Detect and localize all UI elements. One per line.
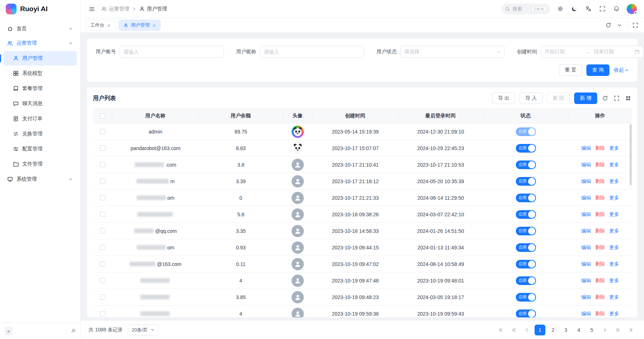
- page-button-4[interactable]: 4: [573, 325, 584, 335]
- delete-row-link[interactable]: 删除: [595, 311, 605, 317]
- account-input[interactable]: [120, 46, 224, 58]
- row-checkbox[interactable]: [100, 278, 105, 283]
- refresh-icon[interactable]: [602, 95, 609, 102]
- page-button-3[interactable]: 3: [560, 325, 571, 335]
- sidebar-item-system[interactable]: 系统管理: [4, 172, 77, 186]
- gear-icon[interactable]: [557, 5, 564, 13]
- breadcrumb-users[interactable]: 用户管理: [139, 6, 167, 12]
- page-size-select[interactable]: 20条/页: [128, 325, 158, 335]
- status-toggle[interactable]: 启用: [516, 243, 536, 252]
- export-button[interactable]: 导 出: [492, 92, 515, 104]
- delete-row-link[interactable]: 删除: [595, 244, 605, 251]
- dark-mode-moon-icon[interactable]: [571, 5, 578, 13]
- sidebar-item-users[interactable]: 用户管理: [4, 51, 77, 65]
- status-toggle[interactable]: 启用: [516, 210, 536, 219]
- edit-row-link[interactable]: 编辑: [581, 277, 591, 284]
- close-icon[interactable]: ×: [107, 23, 111, 28]
- edit-row-link[interactable]: 编辑: [581, 261, 591, 267]
- last-page-button[interactable]: [625, 325, 636, 335]
- sidebar-item-home[interactable]: 首页: [4, 22, 77, 36]
- prev-page-button[interactable]: [522, 325, 532, 335]
- column-settings-grid-icon[interactable]: [625, 95, 632, 102]
- add-button[interactable]: 新 增: [574, 92, 597, 104]
- date-range-picker[interactable]: 开始日期 → 结束日期: [541, 46, 644, 58]
- row-checkbox[interactable]: [100, 212, 105, 217]
- select-all-checkbox[interactable]: [100, 113, 105, 119]
- row-checkbox[interactable]: [100, 145, 105, 151]
- bell-icon[interactable]: [613, 5, 620, 13]
- user-avatar[interactable]: [627, 4, 637, 14]
- column-header-name[interactable]: 用户名称: [112, 109, 199, 123]
- edit-row-link[interactable]: 编辑: [581, 178, 591, 185]
- table-scrollbar[interactable]: [630, 124, 632, 185]
- first-page-button[interactable]: [496, 325, 506, 335]
- more-row-link[interactable]: 更多: [609, 195, 619, 201]
- pin-icon[interactable]: [71, 328, 76, 334]
- edit-row-link[interactable]: 编辑: [581, 244, 591, 251]
- status-toggle[interactable]: 启用: [516, 260, 536, 268]
- tab-workbench[interactable]: 工作台 ×: [86, 20, 115, 31]
- column-header-status[interactable]: 状态: [483, 109, 568, 123]
- next-page-button[interactable]: [599, 325, 610, 335]
- nickname-input[interactable]: [260, 46, 364, 58]
- sidebar-item-redeem[interactable]: 兑换管理: [4, 127, 77, 141]
- delete-row-link[interactable]: 删除: [595, 162, 605, 168]
- more-row-link[interactable]: 更多: [609, 145, 619, 152]
- delete-row-link[interactable]: 删除: [595, 294, 605, 300]
- edit-row-link[interactable]: 编辑: [581, 162, 591, 168]
- delete-row-link[interactable]: 删除: [595, 277, 605, 284]
- row-checkbox[interactable]: [100, 178, 105, 184]
- edit-row-link[interactable]: 编辑: [581, 228, 591, 234]
- jump-back-button[interactable]: [509, 325, 519, 335]
- delete-row-link[interactable]: 删除: [595, 261, 605, 267]
- global-search[interactable]: 搜索 Ctrl K: [501, 4, 550, 14]
- collapse-filters-link[interactable]: 收起: [614, 67, 629, 73]
- sidebar-item-messages[interactable]: 聊天消息: [4, 96, 77, 111]
- row-checkbox[interactable]: [100, 245, 105, 250]
- close-icon[interactable]: ×: [153, 23, 156, 28]
- sidebar-item-models[interactable]: 系统模型: [4, 66, 77, 81]
- more-row-link[interactable]: 更多: [609, 277, 619, 284]
- tab-users[interactable]: 用户管理 ×: [119, 20, 161, 31]
- status-toggle[interactable]: 启用: [516, 161, 536, 169]
- more-row-link[interactable]: 更多: [609, 311, 619, 317]
- status-toggle[interactable]: 启用: [516, 227, 536, 235]
- column-header-avatar[interactable]: 头像: [283, 109, 312, 123]
- row-checkbox[interactable]: [100, 228, 105, 234]
- breadcrumb-operations[interactable]: 运营管理: [102, 6, 129, 12]
- column-header-actions[interactable]: 操作: [568, 109, 632, 123]
- delete-button[interactable]: 删 除: [547, 92, 570, 104]
- delete-row-link[interactable]: 删除: [595, 228, 605, 234]
- page-button-5[interactable]: 5: [586, 325, 597, 335]
- column-header-created[interactable]: 创建时间: [312, 109, 398, 123]
- refresh-icon[interactable]: [605, 22, 612, 29]
- reset-button[interactable]: 重 置: [559, 64, 582, 76]
- status-toggle[interactable]: 启用: [516, 276, 536, 285]
- fullscreen-table-icon[interactable]: [613, 95, 620, 102]
- sidebar-collapse-button[interactable]: «: [4, 327, 13, 335]
- row-checkbox[interactable]: [100, 195, 105, 200]
- page-button-2[interactable]: 2: [548, 325, 558, 335]
- expand-content-icon[interactable]: [632, 22, 639, 29]
- sidebar-item-operations[interactable]: 运营管理: [4, 36, 77, 50]
- status-select[interactable]: 请选择: [400, 46, 505, 58]
- import-button[interactable]: 导 入: [519, 92, 542, 104]
- sidebar-item-config[interactable]: 配置管理: [4, 142, 77, 156]
- status-toggle[interactable]: 启用: [516, 293, 536, 302]
- translate-icon[interactable]: [585, 5, 592, 13]
- sidebar-item-plans[interactable]: 套餐管理: [4, 81, 77, 96]
- edit-row-link[interactable]: 编辑: [581, 145, 591, 152]
- delete-row-link[interactable]: 删除: [595, 211, 605, 218]
- hamburger-menu-icon[interactable]: [88, 5, 96, 13]
- more-row-link[interactable]: 更多: [609, 228, 619, 234]
- edit-row-link[interactable]: 编辑: [581, 195, 591, 201]
- search-button[interactable]: 查 询: [586, 64, 609, 76]
- status-toggle[interactable]: 启用: [516, 127, 536, 136]
- sidebar-item-files[interactable]: 文件管理: [4, 157, 77, 171]
- edit-row-link[interactable]: 编辑: [581, 211, 591, 218]
- delete-row-link[interactable]: 删除: [595, 195, 605, 201]
- status-toggle[interactable]: 启用: [516, 144, 536, 153]
- more-row-link[interactable]: 更多: [609, 294, 619, 300]
- column-header-balance[interactable]: 用户余额: [199, 109, 283, 123]
- more-row-link[interactable]: 更多: [609, 211, 619, 218]
